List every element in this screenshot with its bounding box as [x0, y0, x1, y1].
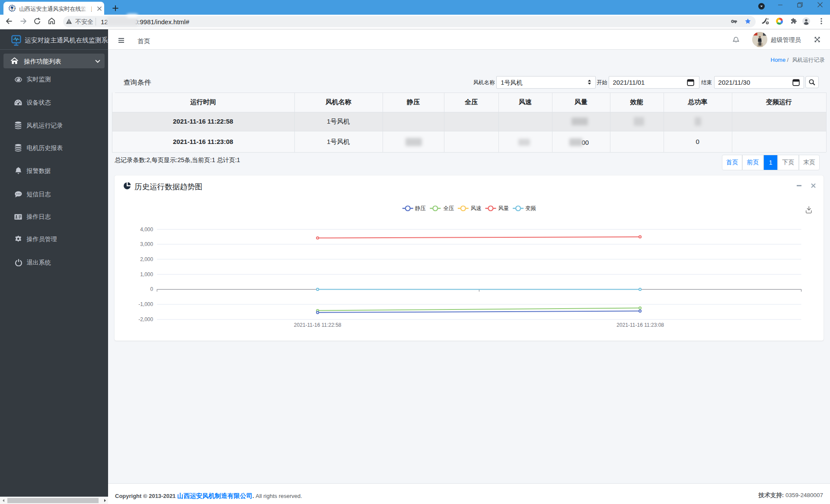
svg-text:变频: 变频: [525, 205, 536, 211]
svg-text:-1,000: -1,000: [138, 301, 153, 307]
svg-text:0: 0: [150, 287, 153, 293]
svg-text:4,000: 4,000: [140, 226, 153, 233]
svg-text:2021-11-16 11:23:08: 2021-11-16 11:23:08: [616, 322, 664, 328]
svg-text:en: en: [766, 22, 769, 24]
svg-text:3,000: 3,000: [140, 241, 153, 247]
svg-text:2,000: 2,000: [140, 256, 153, 262]
svg-text:静压: 静压: [415, 205, 426, 211]
svg-text:1,000: 1,000: [140, 271, 153, 278]
svg-text:风量: 风量: [498, 205, 509, 211]
svg-text:-2,000: -2,000: [138, 316, 153, 322]
svg-text:全压: 全压: [443, 205, 454, 211]
svg-text:2021-11-16 11:22:58: 2021-11-16 11:22:58: [294, 322, 342, 328]
svg-text:风速: 风速: [471, 205, 482, 211]
